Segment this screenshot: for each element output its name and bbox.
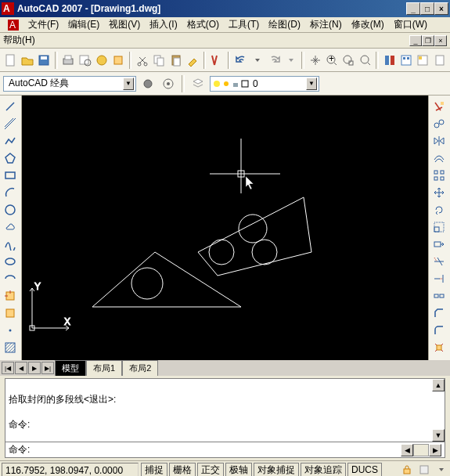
menu-window[interactable]: 窗口(W) (389, 16, 432, 33)
maximize-button[interactable]: □ (420, 2, 434, 15)
stretch-button[interactable] (430, 236, 448, 251)
copy-button[interactable] (152, 52, 167, 69)
mdi-restore-button[interactable]: ❐ (422, 35, 434, 46)
scale-button[interactable] (430, 219, 448, 234)
move-button[interactable] (430, 185, 448, 200)
zoom-prev-button[interactable] (358, 52, 373, 69)
zoom-window-button[interactable] (341, 52, 356, 69)
mdi-close-button[interactable]: × (434, 35, 447, 46)
menu-help[interactable]: 帮助(H) (3, 34, 35, 47)
menu-edit[interactable]: 编辑(E) (63, 16, 104, 33)
polyline-button[interactable] (2, 133, 19, 148)
cut-button[interactable] (135, 52, 149, 69)
save-button[interactable] (37, 52, 52, 69)
menu-draw[interactable]: 绘图(D) (264, 16, 305, 33)
fillet-button[interactable] (430, 323, 448, 337)
tab-layout1[interactable]: 布局1 (86, 360, 122, 376)
menu-modify[interactable]: 修改(M) (347, 16, 389, 33)
tab-model[interactable]: 模型 (55, 360, 86, 376)
array-button[interactable] (430, 168, 448, 182)
menu-view[interactable]: 视图(V) (104, 16, 145, 33)
workspace-save-button[interactable] (160, 75, 177, 92)
tab-prev-button[interactable]: ◀ (15, 362, 27, 374)
menu-format[interactable]: 格式(O) (182, 16, 224, 33)
make-block-button[interactable] (2, 305, 19, 320)
menu-tools[interactable]: 工具(T) (224, 16, 264, 33)
status-menu-button[interactable] (433, 461, 450, 477)
tool-palette-button[interactable] (416, 52, 430, 69)
copy-button[interactable] (430, 116, 448, 131)
osnap-toggle[interactable]: 对象捕捉 (254, 463, 299, 477)
new-button[interactable] (3, 52, 18, 69)
polar-toggle[interactable]: 极轴 (225, 463, 252, 477)
minimize-button[interactable]: _ (406, 2, 420, 15)
menu-insert[interactable]: 插入(I) (145, 16, 182, 33)
workspace-combo[interactable]: AutoCAD 经典 ▼ (3, 76, 136, 92)
sheet-set-button[interactable] (432, 52, 447, 69)
ducs-toggle[interactable]: DUCS (347, 463, 382, 477)
properties-button[interactable] (382, 52, 397, 69)
extend-button[interactable] (430, 271, 448, 286)
plot-preview-button[interactable] (77, 52, 92, 69)
hatch-button[interactable] (2, 340, 19, 355)
close-button[interactable]: × (434, 2, 448, 15)
insert-block-button[interactable] (2, 288, 19, 303)
tab-next-button[interactable]: ▶ (28, 362, 41, 374)
undo-list-button[interactable] (250, 52, 265, 69)
redo-button[interactable] (267, 52, 282, 69)
scroll-right-button[interactable]: ▶ (429, 444, 441, 456)
command-line[interactable]: 命令: ◀ ▶ (5, 442, 445, 458)
erase-button[interactable] (209, 52, 224, 69)
spline-button[interactable] (2, 236, 19, 251)
match-prop-button[interactable] (185, 52, 200, 69)
snap-toggle[interactable]: 捕捉 (141, 463, 167, 477)
rotate-button[interactable] (430, 202, 448, 217)
offset-button[interactable] (430, 150, 448, 165)
trim-button[interactable] (430, 254, 448, 269)
block-button[interactable] (110, 52, 125, 69)
tab-layout2[interactable]: 布局2 (122, 360, 158, 376)
line-button[interactable] (2, 99, 19, 114)
break-button[interactable] (430, 288, 448, 303)
scroll-left-button[interactable]: ◀ (401, 444, 413, 456)
layer-combo[interactable]: 0 ▼ (210, 76, 319, 92)
redo-list-button[interactable] (283, 52, 298, 69)
mirror-button[interactable] (430, 133, 448, 148)
tab-last-button[interactable]: ▶| (41, 362, 54, 374)
explode-button[interactable] (430, 340, 448, 355)
grid-toggle[interactable]: 栅格 (169, 463, 196, 477)
menu-dim[interactable]: 标注(N) (305, 16, 347, 33)
open-button[interactable] (20, 52, 34, 69)
otrack-toggle[interactable]: 对象追踪 (301, 463, 346, 477)
polygon-button[interactable] (2, 150, 19, 165)
plot-button[interactable] (61, 52, 76, 69)
pan-button[interactable] (308, 52, 322, 69)
app-icon-small[interactable]: A (3, 18, 23, 32)
menu-file[interactable]: 文件(F) (23, 16, 63, 33)
workspace-settings-button[interactable] (139, 75, 157, 92)
design-center-button[interactable] (398, 52, 413, 69)
paste-button[interactable] (168, 52, 183, 69)
zoom-rt-button[interactable]: + (324, 52, 339, 69)
point-button[interactable] (2, 323, 19, 337)
layer-manager-button[interactable] (189, 75, 207, 92)
scroll-down-button[interactable]: ▼ (432, 429, 445, 442)
mdi-minimize-button[interactable]: _ (409, 35, 422, 46)
erase-button[interactable] (430, 99, 448, 114)
arc-button[interactable] (2, 185, 19, 200)
revcloud-button[interactable] (2, 219, 19, 234)
rectangle-button[interactable] (2, 168, 19, 182)
undo-button[interactable] (233, 52, 248, 69)
ellipse-button[interactable] (2, 254, 19, 269)
circle-button[interactable] (2, 202, 19, 217)
ellipse-arc-button[interactable] (2, 271, 19, 286)
tab-first-button[interactable]: |◀ (2, 362, 14, 374)
drawing-canvas[interactable]: Y X (22, 96, 428, 360)
scrollbar-track[interactable] (413, 444, 429, 456)
lock-icon[interactable] (398, 461, 416, 477)
publish-button[interactable] (94, 52, 109, 69)
status-tray-icon[interactable] (416, 461, 433, 477)
scroll-up-button[interactable]: ▲ (432, 379, 445, 391)
ortho-toggle[interactable]: 正交 (197, 463, 224, 477)
xline-button[interactable] (2, 116, 19, 131)
